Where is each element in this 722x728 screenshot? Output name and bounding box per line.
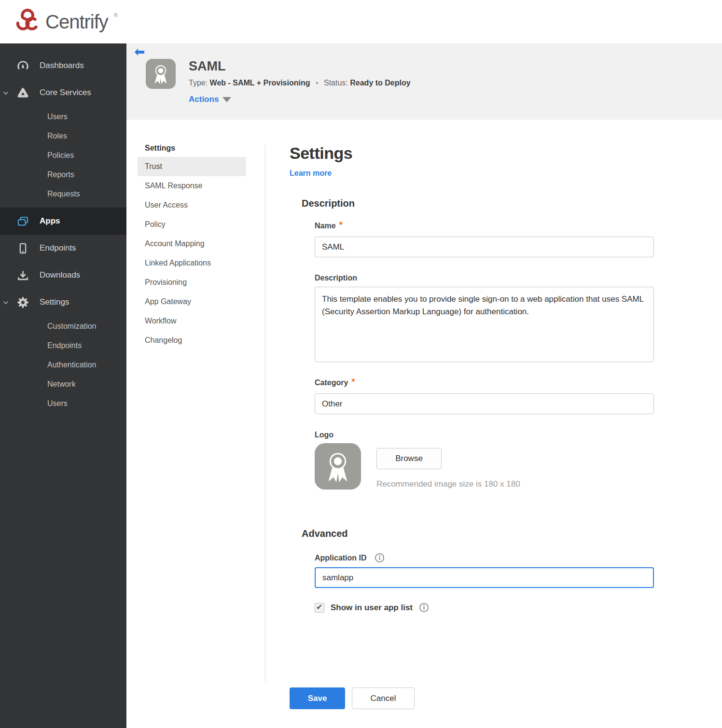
- app-title: SAML: [189, 60, 411, 73]
- application-id-input[interactable]: [315, 567, 654, 588]
- sidebar-item-authentication[interactable]: Authentication: [0, 355, 126, 375]
- name-label: Name: [315, 222, 336, 230]
- sidebar-item-roles[interactable]: Roles: [0, 126, 126, 146]
- sidebar-item-label: Authentication: [0, 361, 96, 369]
- sidebar-item-label: Dashboards: [0, 61, 84, 70]
- sidebar-item-requests[interactable]: Requests: [0, 184, 126, 204]
- sidebar-item-label: Endpoints: [0, 243, 76, 253]
- name-input[interactable]: [315, 237, 654, 257]
- subnav-item-workflow[interactable]: Workflow: [138, 311, 246, 331]
- subnav-item-policy[interactable]: Policy: [138, 215, 246, 234]
- sidebar-item-label: Reports: [0, 170, 74, 179]
- sidebar-item-label: Users: [0, 112, 68, 121]
- cancel-button[interactable]: Cancel: [352, 687, 415, 709]
- top-bar: Centrify®: [0, 0, 722, 43]
- sidebar-item-customization[interactable]: Customization: [0, 317, 126, 336]
- info-icon[interactable]: [419, 602, 429, 613]
- chevron-down-icon[interactable]: [3, 88, 9, 97]
- subnav-item-user-access[interactable]: User Access: [138, 196, 246, 215]
- recommended-size-text: Recommended image size is 180 x 180: [376, 479, 520, 489]
- learn-more-link[interactable]: Learn more: [290, 169, 332, 178]
- sidebar-item-users[interactable]: Users: [0, 107, 126, 126]
- subnav-item-account-mapping[interactable]: Account Mapping: [138, 234, 246, 253]
- actions-label: Actions: [189, 95, 219, 104]
- sidebar-item-settings-endpoints[interactable]: Endpoints: [0, 336, 126, 355]
- sidebar-item-label: Users: [0, 399, 68, 408]
- vertical-divider: [265, 145, 265, 682]
- sidebar-item-label: Requests: [0, 190, 80, 198]
- download-icon: [16, 268, 29, 282]
- type-label: Type:: [189, 79, 208, 87]
- name-label-row: Name *: [315, 222, 343, 232]
- subnav-heading: Settings: [138, 144, 265, 153]
- content-area: SAML Type: Web - SAML + Provisioning • S…: [126, 43, 722, 728]
- brand-name: Centrify: [45, 11, 108, 33]
- sidebar-item-settings[interactable]: Settings: [0, 289, 126, 316]
- sidebar-item-label: Roles: [0, 132, 67, 140]
- category-input[interactable]: [315, 393, 654, 414]
- description-label: Description: [315, 274, 357, 282]
- show-in-app-list-checkbox[interactable]: [315, 603, 324, 613]
- centrify-swirl-icon: [14, 8, 41, 36]
- description-textarea[interactable]: This template enables you to provide sin…: [315, 287, 654, 362]
- sidebar-item-settings-users[interactable]: Users: [0, 394, 126, 413]
- sidebar-item-apps[interactable]: Apps: [0, 208, 126, 235]
- core-services-icon: [16, 86, 29, 99]
- status-label: Status:: [324, 79, 348, 87]
- sidebar-item-label: Core Services: [0, 88, 91, 98]
- actions-dropdown[interactable]: Actions: [189, 95, 231, 104]
- meta-separator: •: [316, 79, 319, 87]
- category-label-row: Category *: [315, 378, 355, 389]
- sidebar-item-core-services[interactable]: Core Services: [0, 79, 126, 106]
- settings-form: Settings Learn more Description Name * D…: [265, 120, 722, 709]
- sidebar-item-dashboards[interactable]: Dashboards: [0, 52, 126, 79]
- sidebar-item-label: Apps: [0, 216, 60, 226]
- logo-label: Logo: [315, 431, 333, 439]
- back-arrow-icon[interactable]: [134, 48, 145, 56]
- category-label: Category: [315, 378, 348, 387]
- apps-icon: [16, 214, 29, 228]
- subnav-item-linked-applications[interactable]: Linked Applications: [138, 253, 246, 273]
- sidebar-item-endpoints[interactable]: Endpoints: [0, 235, 126, 262]
- required-asterisk: *: [339, 220, 343, 230]
- sidebar-item-reports[interactable]: Reports: [0, 165, 126, 184]
- subnav-item-app-gateway[interactable]: App Gateway: [138, 292, 246, 311]
- browse-button[interactable]: Browse: [376, 448, 442, 469]
- sidebar-item-label: Endpoints: [0, 341, 82, 350]
- sidebar: Dashboards Core Services Users Roles Pol…: [0, 43, 126, 728]
- type-value: Web - SAML + Provisioning: [210, 79, 310, 87]
- status-badge: Ready to Deploy: [350, 79, 410, 87]
- save-button[interactable]: Save: [290, 687, 345, 709]
- app-meta: Type: Web - SAML + Provisioning • Status…: [189, 79, 411, 87]
- trademark-symbol: ®: [114, 12, 118, 18]
- app-header: SAML Type: Web - SAML + Provisioning • S…: [126, 43, 722, 120]
- sidebar-item-policies[interactable]: Policies: [0, 146, 126, 165]
- sidebar-item-label: Settings: [0, 297, 69, 307]
- sidebar-item-label: Network: [0, 380, 76, 389]
- sidebar-item-network[interactable]: Network: [0, 375, 126, 394]
- chevron-down-icon[interactable]: [3, 298, 9, 307]
- caret-down-icon: [222, 97, 231, 102]
- gauge-icon: [16, 59, 29, 72]
- sidebar-item-label: Customization: [0, 322, 96, 331]
- sidebar-item-label: Downloads: [0, 270, 80, 280]
- app-logo-preview: [315, 443, 361, 490]
- description-label-text: Description: [315, 274, 357, 282]
- page-title: Settings: [290, 144, 722, 163]
- info-icon[interactable]: [375, 553, 385, 563]
- app-logo-icon: [146, 59, 176, 89]
- centrify-logo: Centrify®: [14, 8, 117, 36]
- gear-icon: [16, 295, 29, 309]
- device-icon: [16, 241, 29, 255]
- sidebar-item-label: Policies: [0, 151, 74, 160]
- app-settings-subnav: Settings Trust SAML Response User Access…: [126, 120, 265, 709]
- sidebar-item-downloads[interactable]: Downloads: [0, 262, 126, 289]
- advanced-section-heading: Advanced: [302, 528, 722, 539]
- subnav-item-trust[interactable]: Trust: [138, 157, 246, 176]
- subnav-item-saml-response[interactable]: SAML Response: [138, 176, 246, 196]
- subnav-item-provisioning[interactable]: Provisioning: [138, 273, 246, 292]
- application-id-label: Application ID: [315, 554, 367, 562]
- description-section-heading: Description: [302, 198, 722, 209]
- show-in-app-list-label: Show in user app list: [331, 603, 413, 613]
- subnav-item-changelog[interactable]: Changelog: [138, 331, 246, 350]
